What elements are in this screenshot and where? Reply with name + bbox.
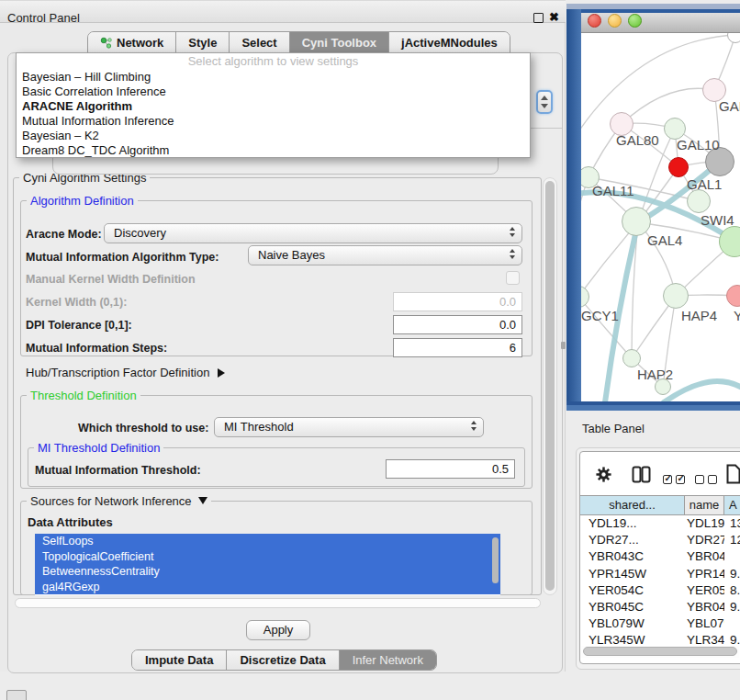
attribute-item[interactable]: TopologicalCoefficient [35, 549, 500, 565]
attribute-item[interactable]: gal4RGexp [35, 580, 500, 595]
columns-icon[interactable] [632, 466, 651, 483]
node-label: GAL10 [677, 137, 720, 152]
column-header-name[interactable]: name [685, 496, 724, 514]
table-body: YDL19...YDL19...13 YDR27...YDR27...12 YB… [580, 515, 740, 645]
scrollbar-thumb[interactable] [545, 181, 555, 591]
network-window-titlebar[interactable] [581, 13, 740, 33]
table-row[interactable]: YER054CYER054C8. [580, 582, 740, 599]
float-window-icon[interactable] [533, 13, 544, 23]
network-window-frame-bottom2 [566, 405, 740, 411]
node-label: GAL4 [647, 232, 682, 248]
dropdown-item[interactable]: Dream8 DC_TDC Algorithm [17, 143, 530, 158]
aracne-mode-label: Aracne Mode: [26, 228, 102, 241]
attribute-item[interactable]: SelfLoops [35, 534, 500, 549]
tab-cyni-toolbox[interactable]: Cyni Toolbox [290, 32, 389, 52]
table-row[interactable]: YBL079WYBL079W [580, 615, 740, 632]
kernel-width-field[interactable] [393, 292, 522, 311]
mi-type-label: Mutual Information Algorithm Type: [26, 251, 219, 264]
tab-network-label: Network [117, 36, 163, 50]
settings-horizontal-scrollbar[interactable] [15, 598, 541, 608]
node-label: GAL1 [687, 176, 722, 192]
stepper-icon [510, 227, 515, 237]
sources-group-title[interactable]: Sources for Network Inference [27, 494, 211, 508]
dock-panel-icon[interactable] [6, 690, 27, 700]
node-label: GAL80 [616, 132, 659, 148]
column-header-clipped[interactable]: A [724, 496, 740, 514]
mi-steps-field[interactable] [393, 338, 522, 357]
mi-threshold-field[interactable] [386, 459, 515, 479]
network-icon [100, 37, 112, 49]
table-row[interactable]: YPR145WYPR145W9. [580, 566, 740, 582]
table-row[interactable]: YBR045CYBR045C9. [580, 599, 740, 615]
tab-network[interactable]: Network [88, 32, 176, 52]
table-row[interactable]: YDR27...YDR27...12 [580, 532, 740, 548]
close-traffic-light[interactable] [588, 14, 601, 28]
algorithm-dropdown-popup: Select algorithm to view settings Bayesi… [16, 52, 531, 158]
table-row[interactable]: YDL19...YDL19...13 [580, 515, 740, 532]
tab-jactivemnodules[interactable]: jActiveMNodules [389, 32, 510, 52]
network-window-frame-left [566, 9, 581, 411]
aracne-mode-combo[interactable]: Discovery [104, 223, 522, 243]
minimize-traffic-light[interactable] [608, 14, 622, 28]
list-scrollbar-thumb[interactable] [492, 537, 499, 583]
apply-button[interactable]: Apply [246, 620, 310, 640]
stepper-icon [471, 421, 477, 431]
select-all-checks-icon[interactable] [663, 471, 689, 488]
manual-kernel-label: Manual Kernel Width Definition [26, 273, 196, 286]
node-label: SWI4 [701, 212, 734, 228]
control-panel-titlebar[interactable] [0, 0, 566, 23]
tab-select[interactable]: Select [230, 32, 289, 52]
zoom-traffic-light[interactable] [628, 14, 642, 28]
dropdown-item[interactable]: Mutual Information Inference [17, 114, 530, 129]
threshold-definition-title: Threshold Definition [27, 389, 140, 402]
mi-type-combo[interactable]: Naive Bayes [248, 245, 522, 265]
data-attributes-list: SelfLoops TopologicalCoefficient Between… [35, 534, 500, 595]
settings-vertical-scrollbar[interactable] [543, 177, 557, 595]
node-hap2[interactable] [622, 349, 641, 367]
close-icon[interactable]: ✖ [549, 10, 559, 24]
dropdown-item[interactable]: Bayesian – Hill Climbing [17, 70, 530, 85]
focused-stepper-fragment[interactable] [536, 90, 553, 114]
tab-impute-data[interactable]: Impute Data [132, 650, 227, 670]
expand-right-icon [218, 368, 225, 378]
panel-divider-grip[interactable] [561, 342, 566, 349]
dpi-tolerance-label: DPI Tolerance [0,1]: [26, 319, 132, 332]
new-document-icon[interactable] [726, 464, 740, 484]
bottom-tabbar: Impute Data Discretize Data Infer Networ… [131, 649, 437, 671]
control-panel-title: Control Panel [7, 11, 80, 25]
gear-icon[interactable] [595, 466, 612, 483]
attribute-item[interactable]: BetweennessCentrality [35, 564, 500, 580]
which-threshold-combo[interactable]: MI Threshold [214, 417, 484, 437]
node-label: HAP2 [637, 367, 673, 382]
mi-threshold-group-title: MI Threshold Definition [34, 441, 163, 455]
scrollbar-thumb[interactable] [583, 647, 737, 656]
dropdown-item[interactable]: Bayesian – K2 [17, 129, 530, 143]
data-attributes-label: Data Attributes [28, 515, 113, 529]
table-row[interactable]: YBR043CYBR043C [580, 548, 740, 565]
node-label: Y [734, 308, 740, 323]
network-canvas[interactable]: GAL GAL80 GAL10 GAL1 GAL11 SWI4 GAL4 GCY… [581, 33, 740, 401]
column-header-shared-name[interactable]: shared... [580, 496, 685, 514]
table-horizontal-scrollbar[interactable] [581, 646, 739, 658]
hub-definition-section[interactable]: Hub/Transcription Factor Definition [26, 366, 225, 379]
mi-steps-label: Mutual Information Steps: [26, 342, 167, 355]
manual-kernel-checkbox[interactable] [506, 271, 520, 285]
table-header-row: shared... name A [580, 495, 740, 515]
tab-infer-network[interactable]: Infer Network [340, 650, 436, 670]
dpi-tolerance-field[interactable] [393, 315, 522, 334]
which-threshold-label: Which threshold to use: [78, 422, 208, 435]
stepper-icon [510, 249, 515, 259]
node-label: GAL [719, 98, 740, 114]
deselect-all-checks-icon[interactable] [695, 471, 721, 488]
table-row[interactable]: YLR345WYLR345W9. [580, 632, 740, 645]
tab-style[interactable]: Style [176, 32, 230, 52]
dropdown-item-selected[interactable]: ARACNE Algorithm [17, 99, 530, 114]
control-panel-tabbar: Network Style Select Cyni Toolbox jActiv… [87, 31, 510, 53]
tab-discretize-data[interactable]: Discretize Data [227, 650, 339, 670]
app-root: { "window": { "title": "Control Panel" }… [0, 0, 740, 700]
dropdown-item[interactable]: Basic Correlation Inference [17, 85, 530, 99]
mi-threshold-label: Mutual Information Threshold: [35, 464, 201, 477]
node-gal1[interactable] [687, 189, 711, 213]
node-hap4[interactable] [663, 283, 689, 309]
node-gal1-red[interactable] [668, 157, 689, 177]
